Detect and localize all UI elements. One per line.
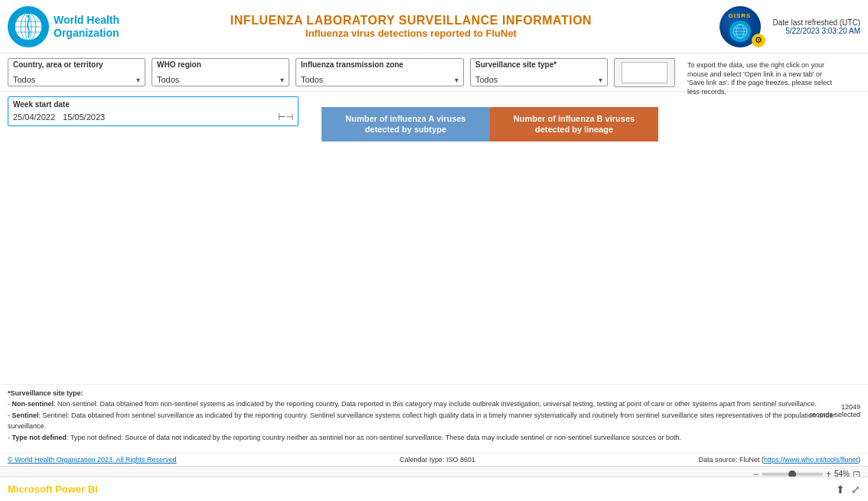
svg-point-7 [28, 15, 30, 17]
flu-zone-filter[interactable]: Influenza transmission zone Todos ▾ [295, 58, 464, 86]
datasource-info: Data source: FluNet (https://www.who.int… [698, 456, 860, 464]
who-region-value: Todos [157, 75, 179, 84]
zoom-slider[interactable] [762, 473, 823, 476]
date-refresh: Date last refreshed (UTC) 5/22/2023 3:03… [773, 18, 860, 35]
week-date-from: 25/04/2022 [13, 112, 55, 122]
country-filter-value: Todos [13, 75, 35, 84]
export-box [614, 58, 675, 87]
gisrs-label: GISRS [729, 12, 752, 19]
export-inner [622, 62, 667, 83]
sub-title: Influenza virus detections reported to F… [191, 28, 631, 39]
share-icon[interactable]: ⬆ [836, 483, 845, 496]
filter-bar: Country, area or territory Todos ▾ WHO r… [0, 54, 868, 92]
header-center: INFLUENZA LABORATORY SURVEILLANCE INFORM… [191, 14, 631, 39]
flu-zone-value: Todos [301, 75, 323, 84]
site-type-label: Surveillance site type* [475, 60, 602, 69]
sentinel-note: - Sentinel: Sentinel: Data obtained from… [8, 410, 860, 432]
legend-btn-influenza-a[interactable]: Number of influenza A viruses detected b… [321, 107, 490, 142]
who-title: World Health Organization [54, 14, 119, 40]
week-date-filter[interactable]: Week start date 25/04/2022 15/05/2023 ⊢⊣ [8, 96, 299, 126]
week-label: Week start date [13, 100, 293, 109]
date-value: 5/22/2023 3:03:20 AM [773, 27, 860, 35]
week-date-to: 15/05/2023 [63, 112, 105, 122]
copyright-link[interactable]: © World Health Organization 2023. All Ri… [8, 456, 177, 464]
flu-zone-label: Influenza transmission zone [301, 60, 458, 69]
date-label: Date last refreshed (UTC) [773, 18, 860, 27]
main-title: INFLUENZA LABORATORY SURVEILLANCE INFORM… [191, 14, 631, 28]
who-region-filter[interactable]: WHO region Todos ▾ [152, 58, 289, 86]
non-sentinel-note: - Non-sentinel: Non-sentinel: Data obtai… [8, 399, 860, 409]
who-logo [8, 6, 49, 47]
datasource-link[interactable]: https://www.who.int/tools/flunet [764, 456, 858, 464]
flu-zone-chevron-icon: ▾ [455, 76, 458, 84]
who-logo-area: World Health Organization [8, 6, 191, 47]
type-not-defined-note: - Type not defined: Type not defined: So… [8, 432, 860, 443]
header: World Health Organization INFLUENZA LABO… [0, 0, 868, 54]
fullscreen-icon[interactable]: ⤢ [851, 483, 860, 496]
gisrs-logo: GISRS ⚙ [720, 6, 765, 47]
resize-icon: ⊢⊣ [278, 112, 293, 122]
site-type-chevron-icon: ▾ [599, 76, 602, 84]
country-filter[interactable]: Country, area or territory Todos ▾ [8, 58, 145, 86]
gisrs-globe [729, 21, 751, 42]
country-filter-label: Country, area or territory [13, 60, 140, 69]
bottom-icons: ⬆ ⤢ [836, 483, 860, 496]
site-type-filter[interactable]: Surveillance site type* Todos ▾ [470, 58, 608, 86]
who-region-label: WHO region [157, 60, 284, 69]
gear-icon: ⚙ [752, 34, 765, 47]
chart-area [0, 146, 868, 330]
powerbi-link[interactable]: Microsoft Power BI [8, 483, 98, 495]
header-right: GISRS ⚙ Date last refreshed (UTC) [631, 6, 860, 47]
country-chevron-icon: ▾ [136, 76, 140, 84]
who-region-chevron-icon: ▾ [280, 76, 284, 84]
export-hint: To export the data, use the right click … [681, 58, 842, 86]
legend-btn-influenza-b[interactable]: Number of influenza B viruses detected b… [490, 107, 658, 142]
calendar-type: Calendar type: ISO 8601 [400, 456, 475, 464]
surveillance-title: *Surveillance site type: [8, 389, 83, 397]
site-type-value: Todos [475, 75, 498, 84]
